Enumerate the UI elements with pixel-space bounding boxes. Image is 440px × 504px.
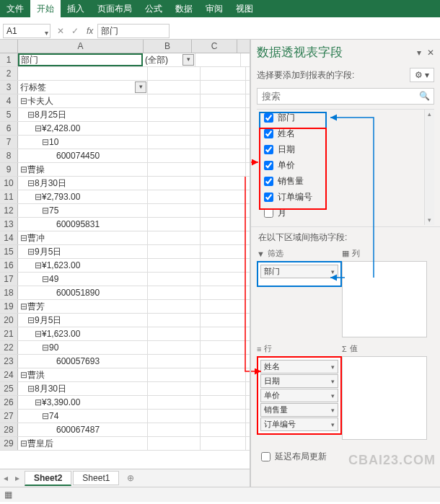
cell[interactable]: ⊟74	[18, 410, 148, 423]
cell[interactable]	[148, 423, 201, 436]
cell[interactable]	[201, 122, 246, 135]
grid-icon[interactable]: ▦	[4, 490, 12, 500]
cell[interactable]: (全部)▾	[143, 53, 195, 66]
cell[interactable]: ⊟曹操	[18, 163, 148, 176]
field-checkbox[interactable]	[264, 208, 273, 218]
cell[interactable]: ⊟曹冲	[18, 231, 148, 244]
cell[interactable]: 行标签▾	[18, 81, 148, 94]
cell[interactable]: ⊟¥3,390.00	[18, 396, 148, 409]
row-header[interactable]: 29	[0, 437, 18, 450]
col-header-b[interactable]: B	[144, 40, 192, 53]
cell[interactable]	[148, 341, 201, 354]
cell[interactable]	[201, 300, 246, 313]
field-checkbox[interactable]	[264, 177, 273, 186]
chevron-down-icon[interactable]: ▾	[331, 392, 335, 399]
cell[interactable]: ⊟¥2,428.00	[18, 122, 148, 135]
cell[interactable]	[201, 314, 246, 327]
cell[interactable]: ⊟曹芳	[18, 300, 148, 313]
ribbon-tab-插入[interactable]: 插入	[61, 0, 91, 17]
row-header[interactable]: 2	[0, 67, 18, 80]
cell[interactable]: 600095831	[18, 218, 148, 231]
cell[interactable]: ⊟49	[18, 273, 148, 286]
row-header[interactable]: 22	[0, 341, 18, 354]
cell[interactable]	[148, 231, 201, 244]
cancel-icon[interactable]: ✕	[53, 25, 68, 37]
row-header[interactable]: 11	[0, 190, 18, 203]
cell[interactable]: ⊟90	[18, 341, 148, 354]
cell[interactable]	[201, 149, 246, 162]
row-header[interactable]: 27	[0, 410, 18, 423]
add-sheet-icon[interactable]: ⊕	[123, 473, 138, 483]
filter-area[interactable]: 部门▾	[257, 261, 342, 287]
cell[interactable]	[148, 122, 201, 135]
values-area[interactable]	[342, 356, 427, 440]
cell[interactable]	[201, 218, 246, 231]
fx-icon[interactable]: fx	[87, 26, 93, 36]
cell[interactable]: ⊟¥1,623.00	[18, 259, 148, 272]
row-header[interactable]: 4	[0, 94, 18, 107]
row-header[interactable]: 20	[0, 314, 18, 327]
row-header[interactable]: 13	[0, 218, 18, 231]
cell[interactable]	[201, 368, 246, 381]
filter-dropdown-icon[interactable]: ▾	[182, 54, 194, 66]
cell[interactable]	[18, 67, 148, 80]
col-header-a[interactable]: A	[18, 40, 144, 53]
field-item[interactable]: 月	[257, 205, 434, 221]
cell[interactable]	[148, 355, 201, 368]
cell[interactable]: ⊟9月5日	[18, 314, 148, 327]
defer-layout[interactable]: 延迟布局更新	[251, 446, 440, 468]
row-header[interactable]: 15	[0, 245, 18, 258]
area-chip[interactable]: 姓名▾	[260, 360, 338, 373]
cell[interactable]	[201, 273, 246, 286]
row-header[interactable]: 23	[0, 355, 18, 368]
field-checkbox[interactable]	[264, 113, 273, 123]
cell[interactable]	[148, 327, 201, 340]
row-header[interactable]: 17	[0, 273, 18, 286]
col-header-c[interactable]: C	[192, 40, 237, 53]
cell[interactable]	[148, 136, 201, 149]
row-header[interactable]: 12	[0, 204, 18, 217]
chevron-down-icon[interactable]: ▾	[331, 421, 335, 428]
cell[interactable]	[201, 136, 246, 149]
cell[interactable]	[148, 382, 201, 395]
cell[interactable]	[148, 300, 201, 313]
cell[interactable]	[201, 423, 246, 436]
cell[interactable]	[148, 273, 201, 286]
field-checkbox[interactable]	[264, 161, 273, 170]
cell[interactable]: ⊟8月25日	[18, 108, 148, 121]
field-item[interactable]: 销售量	[257, 173, 434, 189]
cell[interactable]	[201, 286, 246, 299]
field-item[interactable]: 部门	[257, 110, 434, 125]
cell[interactable]	[148, 81, 201, 94]
cell[interactable]	[148, 314, 201, 327]
field-checkbox[interactable]	[264, 129, 273, 138]
chevron-down-icon[interactable]: ▾	[331, 407, 335, 414]
chevron-down-icon[interactable]: ▾	[331, 268, 335, 275]
cell[interactable]	[201, 67, 246, 80]
cell[interactable]: ⊟曹皇后	[18, 437, 148, 450]
cell[interactable]	[201, 108, 246, 121]
field-checkbox[interactable]	[264, 193, 273, 202]
row-header[interactable]: 8	[0, 149, 18, 162]
select-all-corner[interactable]	[0, 40, 18, 53]
row-header[interactable]: 10	[0, 177, 18, 190]
cell[interactable]	[148, 286, 201, 299]
cell[interactable]	[148, 218, 201, 231]
row-header[interactable]: 28	[0, 423, 18, 436]
area-chip[interactable]: 单价▾	[260, 389, 338, 402]
chevron-down-icon[interactable]: ▾	[45, 27, 48, 40]
cell[interactable]: ⊟10	[18, 136, 148, 149]
rows-area[interactable]: 姓名▾日期▾单价▾销售量▾订单编号▾	[257, 356, 342, 435]
cell[interactable]: 600057693	[18, 355, 148, 368]
field-checkbox[interactable]	[264, 145, 273, 154]
ribbon-tab-开始[interactable]: 开始	[30, 0, 61, 17]
cell[interactable]	[148, 163, 201, 176]
area-chip[interactable]: 部门▾	[260, 265, 338, 278]
cell[interactable]	[201, 231, 246, 244]
cell[interactable]	[201, 177, 246, 190]
sheet-tab-Sheet1[interactable]: Sheet1	[73, 471, 119, 485]
cell[interactable]: 部门	[18, 53, 143, 66]
cell[interactable]	[148, 177, 201, 190]
cell[interactable]	[148, 204, 201, 217]
chevron-down-icon[interactable]: ▾	[331, 363, 335, 371]
